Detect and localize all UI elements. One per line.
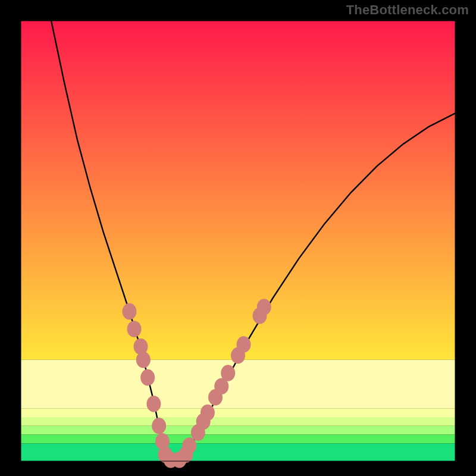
svg-rect-5 bbox=[21, 435, 455, 444]
watermark-text: TheBottleneck.com bbox=[346, 2, 469, 18]
bottleneck-chart bbox=[0, 0, 476, 476]
svg-rect-0 bbox=[21, 21, 455, 360]
svg-point-7 bbox=[123, 303, 137, 320]
svg-point-19 bbox=[182, 437, 196, 454]
svg-point-27 bbox=[236, 336, 250, 353]
svg-rect-2 bbox=[21, 408, 455, 417]
svg-point-22 bbox=[201, 405, 215, 421]
svg-point-10 bbox=[136, 352, 151, 368]
svg-point-25 bbox=[221, 365, 235, 381]
svg-rect-6 bbox=[21, 443, 455, 461]
svg-point-12 bbox=[146, 396, 161, 412]
svg-rect-3 bbox=[21, 417, 455, 426]
svg-rect-1 bbox=[21, 360, 455, 408]
svg-point-29 bbox=[257, 299, 271, 315]
svg-rect-4 bbox=[21, 426, 455, 435]
svg-point-8 bbox=[127, 321, 142, 337]
svg-point-11 bbox=[140, 369, 155, 386]
chart-stage: TheBottleneck.com bbox=[0, 0, 476, 476]
svg-point-13 bbox=[152, 418, 166, 434]
